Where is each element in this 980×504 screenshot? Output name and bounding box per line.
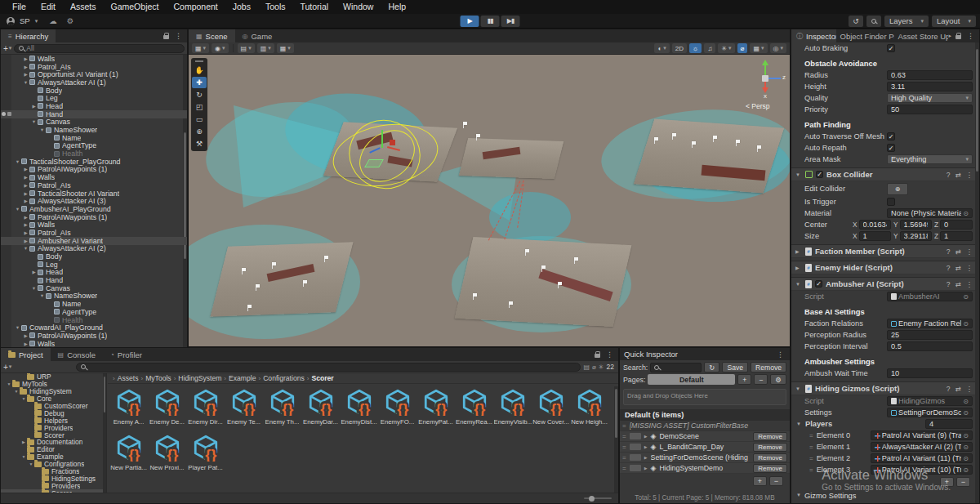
hierarchy-item[interactable]: Name [1,134,187,142]
foldout-arrow-icon[interactable]: ▼ [796,421,803,426]
draw-mode-dropdown[interactable]: ▦▾ [192,43,209,53]
breadcrumb-item[interactable]: ›HidingSystem [174,374,222,382]
help-icon[interactable]: ? [947,280,951,288]
layout-dropdown[interactable]: Layout▾ [932,16,976,27]
icon-size-slider[interactable] [584,497,612,499]
enable-checkbox[interactable]: ✓ [816,171,823,178]
help-icon[interactable]: ? [947,171,951,179]
hierarchy-item[interactable]: AgentType [1,142,187,150]
asset-item[interactable]: {} EnemyFO... [378,386,416,432]
quick-inspector-row[interactable]: = ▶ ◈ HidingSystemDemo Remove [620,463,790,474]
quality-dropdown[interactable]: High Quality▾ [887,93,973,103]
foldout-arrow-icon[interactable]: ▼ [20,454,27,459]
drag-handle-icon[interactable]: = [622,465,626,472]
ambush-wait-time-field[interactable]: 10 [887,368,973,378]
effects-dropdown[interactable]: ✳▾ [718,43,734,53]
kebab-menu-icon[interactable]: ⋮ [966,248,973,256]
radius-field[interactable]: 0.63 [887,70,973,80]
priority-field[interactable]: 50 [887,105,973,114]
asset-item[interactable]: {} Enemy Dir... [186,386,225,432]
kebab-menu-icon[interactable]: ⋮ [965,32,976,40]
foldout-arrow-icon[interactable]: ▼ [6,381,12,386]
enable-checkbox[interactable]: ✓ [815,280,822,288]
asset-item[interactable]: {} EnemyDar... [301,386,340,432]
menu-item[interactable]: File [5,0,33,14]
favorites-icon[interactable]: ✳ [599,364,604,371]
drag-handle-icon[interactable]: = [809,455,813,462]
remove-button[interactable]: Remove [753,453,787,462]
foldout-arrow-icon[interactable]: ▼ [795,282,802,287]
tab-profiler[interactable]: ◔Profiler [103,348,149,361]
hierarchy-item[interactable]: AgentType [1,308,187,316]
hierarchy-item[interactable]: ▶ Ambusher AI Variant [1,237,187,245]
hierarchy-item[interactable]: ▼ AlwaysAttacker AI (2) [1,245,187,253]
tab-object-finder-pro[interactable]: Object Finder Pro [836,29,895,42]
auto-braking-checkbox[interactable]: ✓ [887,44,895,52]
foldout-arrow-icon[interactable]: ▶ [22,239,29,243]
hierarchy-item[interactable]: ▼ NameShower [1,292,187,301]
remove-button[interactable]: Remove [753,464,787,473]
hierarchy-item[interactable]: Health [1,316,187,324]
hierarchy-item[interactable]: ▼ Canvas [1,284,187,292]
element-object-field[interactable]: AlwaysAttacker AI (2) (Transfo⊙ [871,442,973,452]
foldout-arrow-icon[interactable]: ▼ [13,389,20,394]
hierarchy-item[interactable]: ▶ TacticalShooter AI Variant [1,190,187,198]
center-x-field[interactable]: 0.01634 [859,220,891,230]
size-x-field[interactable]: 1 [859,231,891,241]
component-header-ambusher-ai[interactable]: ▼ # ✓ Ambusher AI (Script) ?⇄⋮ [791,277,977,291]
drag-handle-icon[interactable]: = [622,422,626,430]
foldout-arrow-icon[interactable]: ▼ [14,207,21,212]
menu-item[interactable]: Window [336,0,381,14]
presets-icon[interactable]: ⇄ [955,280,960,288]
object-picker-icon[interactable]: ⊙ [963,466,969,474]
breadcrumb-item[interactable]: ›MyTools [140,374,171,382]
object-picker-icon[interactable]: ⊙ [963,444,969,451]
foldout-arrow-icon[interactable]: ▶ [644,434,648,439]
is-trigger-checkbox[interactable] [887,198,895,206]
remove-button[interactable]: Remove [753,432,787,441]
tab-asset-store-upload[interactable]: Asset Store Uploa [894,29,948,42]
settings-object-field[interactable]: SettingForDemoScene (Hiding⊙ [887,408,973,417]
edit-collider-button[interactable]: ⊕ [887,183,908,195]
tab-hierarchy[interactable]: ≡ Hierarchy [1,29,56,42]
component-header-faction-member[interactable]: ▶ # Faction Member (Script) ?⇄⋮ [791,244,977,258]
refresh-button[interactable]: ↻ [704,362,719,372]
foldout-arrow-icon[interactable]: ▶ [22,72,29,77]
foldout-arrow-icon[interactable]: ▶ [22,56,29,61]
asset-item[interactable]: {} EnemyPat... [416,386,455,432]
layers-dropdown[interactable]: Layers▾ [884,16,929,27]
players-count-field[interactable]: 4 [925,419,973,429]
menu-item[interactable]: Help [381,0,413,14]
foldout-arrow-icon[interactable]: ▶ [30,104,38,109]
presets-icon[interactable]: ⇄ [955,171,960,179]
foldout-arrow-icon[interactable]: ▶ [22,183,29,188]
breadcrumb-item[interactable]: ›Configrations [258,374,304,382]
asset-item[interactable]: {} New Partia... [109,432,148,478]
hierarchy-item[interactable]: ▼ Canvas [1,118,187,127]
asset-item[interactable]: {} Enemy De... [148,386,186,432]
camera-dropdown[interactable]: ▦▾ [750,43,767,53]
create-button[interactable]: +▾ [3,363,11,372]
grid-dropdown[interactable]: ▥▾ [257,43,274,53]
presets-icon[interactable]: ⇄ [955,385,960,393]
foldout-arrow-icon[interactable]: ▶ [20,439,27,444]
object-picker-icon[interactable]: ⊙ [963,455,969,462]
asset-item[interactable]: {} EnemyVisib... [493,386,532,432]
menu-item[interactable]: GameObject [104,0,167,14]
foldout-arrow-icon[interactable]: ▼ [38,293,46,298]
hierarchy-item[interactable]: ▶ Head [1,269,187,277]
hierarchy-item[interactable]: ▶ PatrolAIWaypoints (1) [1,213,187,221]
shading-mode-dropdown[interactable]: ◐▾ [654,43,669,53]
foldout-arrow-icon[interactable]: ▶ [644,444,648,449]
tab-inspector[interactable]: ⓘ Inspector [791,29,836,42]
view-tool[interactable]: ✋ [192,65,207,76]
drag-handle-icon[interactable]: = [809,444,813,451]
remove-element-button[interactable]: − [956,477,970,487]
presets-icon[interactable]: ⇄ [955,264,960,272]
grid-scrollbar[interactable] [614,386,618,493]
visibility-icons[interactable] [2,112,11,116]
drag-handle-icon[interactable]: = [622,433,626,440]
size-y-field[interactable]: 3.29118 [900,231,932,241]
hierarchy-item[interactable]: ▼ NameShower [1,126,187,134]
asset-item[interactable]: {} New Proxi... [148,432,186,478]
